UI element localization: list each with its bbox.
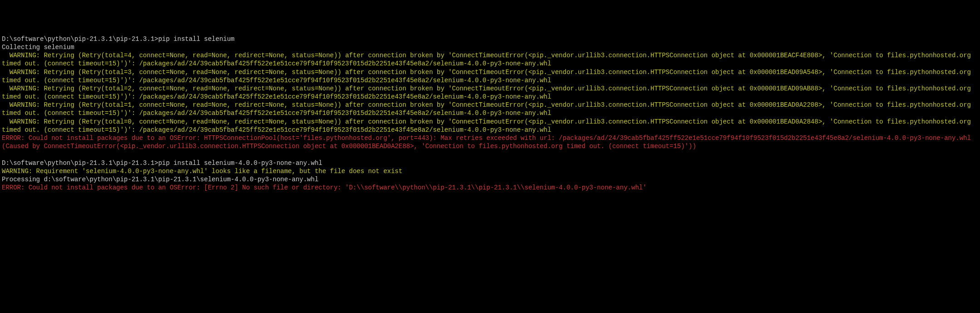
warning-filename: WARNING: Requirement 'selenium-4.0.0-py3… [2, 167, 978, 175]
command-text: pip install selenium [158, 35, 234, 43]
warning-retry-2: WARNING: Retrying (Retry(total=2, connec… [2, 84, 978, 101]
warning-retry-0: WARNING: Retrying (Retry(total=0, connec… [2, 118, 978, 134]
warning-retry-1: WARNING: Retrying (Retry(total=1, connec… [2, 101, 978, 117]
command-text: pip install selenium-4.0.0-py3-none-any.… [158, 159, 322, 167]
warning-retry-4: WARNING: Retrying (Retry(total=4, connec… [2, 51, 978, 68]
blank-line [2, 150, 978, 159]
prompt-line-2: D:\software\python\pip-21.3.1\pip-21.3.1… [2, 159, 978, 167]
error-oserror-file: ERROR: Could not install packages due to… [2, 184, 978, 192]
processing-line: Processing d:\software\python\pip-21.3.1… [2, 175, 978, 184]
collecting-line: Collecting selenium [2, 43, 978, 51]
error-oserror-connection: ERROR: Could not install packages due to… [2, 134, 978, 150]
prompt-path: D:\software\python\pip-21.3.1\pip-21.3.1… [2, 35, 158, 43]
warning-retry-3: WARNING: Retrying (Retry(total=3, connec… [2, 68, 978, 84]
prompt-path: D:\software\python\pip-21.3.1\pip-21.3.1… [2, 159, 158, 167]
terminal-output[interactable]: D:\software\python\pip-21.3.1\pip-21.3.1… [2, 35, 978, 192]
prompt-line-1: D:\software\python\pip-21.3.1\pip-21.3.1… [2, 35, 978, 43]
